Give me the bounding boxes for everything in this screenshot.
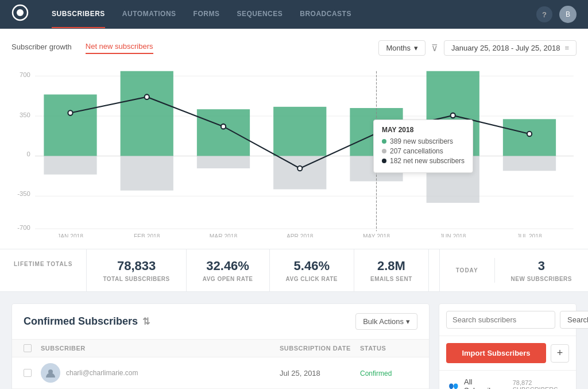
stats-bar: LIFETIME TOTALS 78,833 TOTAL SUBSCRIBERS… — [0, 249, 588, 292]
sidebar-panel: Search Import Subscribers + 👥 All Subscr… — [439, 303, 577, 389]
stat-open-rate: 32.46% AVG OPEN RATE — [187, 249, 270, 291]
total-subscribers-label: TOTAL SUBSCRIBERS — [103, 276, 169, 282]
stat-new-subscribers-today: 3 NEW SUBSCRIBERS — [495, 249, 588, 291]
new-subscribers-today-label: NEW SUBSCRIBERS — [511, 276, 572, 282]
today-label-section: TODAY — [440, 258, 495, 283]
svg-rect-14 — [121, 71, 173, 156]
row-info-1: charli@charlimarie.com — [66, 369, 280, 377]
svg-rect-12 — [44, 94, 96, 156]
all-subscribers-count: 78,872 SUBSCRIBERS — [513, 379, 567, 389]
bottom-section: Confirmed Subscribers ⇅ Bulk Actions ▾ S… — [0, 292, 588, 389]
click-rate-label: AVG CLICK RATE — [286, 276, 338, 282]
svg-point-28 — [145, 94, 149, 99]
calendar-icon: ≡ — [564, 44, 569, 52]
svg-point-33 — [527, 132, 532, 137]
users-icon: 👥 — [448, 382, 458, 389]
subscriber-email-1: charli@charlimarie.com — [66, 369, 280, 377]
col-header-subscriber: SUBSCRIBER — [41, 345, 280, 352]
nav-subscribers[interactable]: SUBSCRIBERS — [52, 1, 105, 28]
svg-text:0: 0 — [27, 150, 30, 157]
tooltip-month: MAY 2018 — [382, 126, 465, 134]
search-button[interactable]: Search — [560, 311, 588, 329]
chart-tabs: Subscriber growth Net new subscribers — [11, 42, 153, 54]
svg-point-29 — [221, 124, 226, 129]
subscribers-title-text: Confirmed Subscribers — [24, 315, 138, 328]
avatar[interactable]: B — [559, 6, 577, 23]
svg-point-32 — [451, 113, 455, 118]
help-button[interactable]: ? — [536, 6, 552, 22]
dropdown-chevron-icon: ▾ — [414, 44, 418, 52]
stats-items: 78,833 TOTAL SUBSCRIBERS 32.46% AVG OPEN… — [87, 249, 439, 291]
svg-text:MAY 2018: MAY 2018 — [363, 233, 390, 237]
table-header: SUBSCRIBER SUBSCRIPTION DATE STATUS — [12, 340, 429, 357]
import-row: Import Subscribers + — [439, 336, 576, 371]
bulk-actions-dropdown[interactable]: Bulk Actions ▾ — [355, 313, 417, 330]
bulk-actions-chevron-icon: ▾ — [406, 317, 410, 326]
sidebar-all-subscribers[interactable]: 👥 All Subscribers 78,872 SUBSCRIBERS — [439, 371, 576, 389]
today-label: TODAY — [456, 267, 478, 274]
svg-text:JUN 2018: JUN 2018 — [440, 233, 466, 237]
nav-forms[interactable]: FORMS — [194, 1, 220, 28]
svg-text:-350: -350 — [17, 190, 30, 197]
svg-rect-26 — [503, 156, 556, 171]
svg-text:FEB 2018: FEB 2018 — [134, 233, 160, 237]
click-rate-value: 5.46% — [286, 259, 338, 274]
chart-section: Subscriber growth Net new subscribers Mo… — [0, 29, 588, 249]
row-checkbox-1[interactable] — [24, 369, 41, 377]
stat-total-subscribers: 78,833 TOTAL SUBSCRIBERS — [87, 249, 186, 291]
svg-point-30 — [297, 166, 302, 171]
open-rate-label: AVG OPEN RATE — [203, 276, 253, 282]
svg-text:MAR 2018: MAR 2018 — [210, 233, 238, 237]
subscribers-panel: Confirmed Subscribers ⇅ Bulk Actions ▾ S… — [11, 303, 430, 389]
select-all-checkbox[interactable] — [24, 344, 32, 352]
search-input[interactable] — [446, 311, 555, 329]
svg-rect-15 — [121, 156, 173, 191]
chart-container: 700 350 0 -350 -700 — [11, 65, 577, 237]
emails-sent-label: EMAILS SENT — [370, 276, 412, 282]
months-label: Months — [386, 44, 411, 52]
total-subscribers-value: 78,833 — [103, 259, 169, 274]
col-header-status: STATUS — [360, 345, 417, 352]
logo[interactable] — [11, 4, 29, 25]
svg-text:-700: -700 — [17, 224, 30, 231]
date-range-text: January 25, 2018 - July 25, 2018 — [451, 44, 560, 52]
stat-click-rate: 5.46% AVG CLICK RATE — [270, 249, 355, 291]
chart-svg: 700 350 0 -350 -700 — [11, 65, 577, 237]
date-range-picker[interactable]: January 25, 2018 - July 25, 2018 ≡ — [444, 40, 577, 56]
svg-text:350: 350 — [20, 111, 30, 118]
nav-right: ? B — [536, 6, 577, 23]
svg-point-27 — [68, 110, 72, 115]
subscriber-date-1: Jul 25, 2018 — [280, 369, 360, 378]
nav-broadcasts[interactable]: BROADCASTS — [300, 1, 351, 28]
search-row: Search — [439, 304, 576, 336]
open-rate-value: 32.46% — [203, 259, 253, 274]
chart-controls: Months ▾ ⊽ January 25, 2018 - July 25, 2… — [378, 40, 577, 56]
nav-sequences[interactable]: SEQUENCES — [237, 1, 283, 28]
svg-rect-16 — [197, 109, 250, 156]
chart-header: Subscriber growth Net new subscribers Mo… — [11, 40, 577, 56]
nav-automations[interactable]: AUTOMATIONS — [122, 1, 176, 28]
svg-text:APR 2018: APR 2018 — [287, 233, 314, 237]
stat-emails-sent: 2.8M EMAILS SENT — [354, 249, 429, 291]
filter-icon[interactable]: ⊽ — [431, 43, 438, 53]
subscribers-header: Confirmed Subscribers ⇅ Bulk Actions ▾ — [12, 304, 429, 340]
lifetime-label: LIFETIME TOTALS — [14, 261, 72, 267]
svg-rect-18 — [273, 107, 326, 156]
months-dropdown[interactable]: Months ▾ — [378, 40, 425, 56]
svg-point-1 — [17, 9, 24, 16]
emails-sent-value: 2.8M — [370, 259, 412, 274]
subscriber-status-1: Confirmed — [360, 369, 417, 378]
sort-icon[interactable]: ⇅ — [142, 316, 150, 327]
new-subscribers-today-value: 3 — [511, 259, 572, 274]
tooltip-cancel: 207 cancellations — [382, 147, 465, 155]
svg-rect-17 — [197, 156, 250, 168]
header-checkbox — [24, 344, 41, 352]
svg-text:JUL 2018: JUL 2018 — [517, 233, 542, 237]
add-button[interactable]: + — [551, 344, 569, 363]
tab-subscriber-growth[interactable]: Subscriber growth — [11, 43, 72, 53]
svg-text:JAN 2018: JAN 2018 — [57, 233, 83, 237]
svg-rect-19 — [273, 156, 326, 190]
import-subscribers-button[interactable]: Import Subscribers — [446, 343, 546, 363]
tab-net-new[interactable]: Net new subscribers — [86, 42, 153, 54]
chart-tooltip: MAY 2018 389 new subscribers 207 cancell… — [373, 120, 473, 173]
